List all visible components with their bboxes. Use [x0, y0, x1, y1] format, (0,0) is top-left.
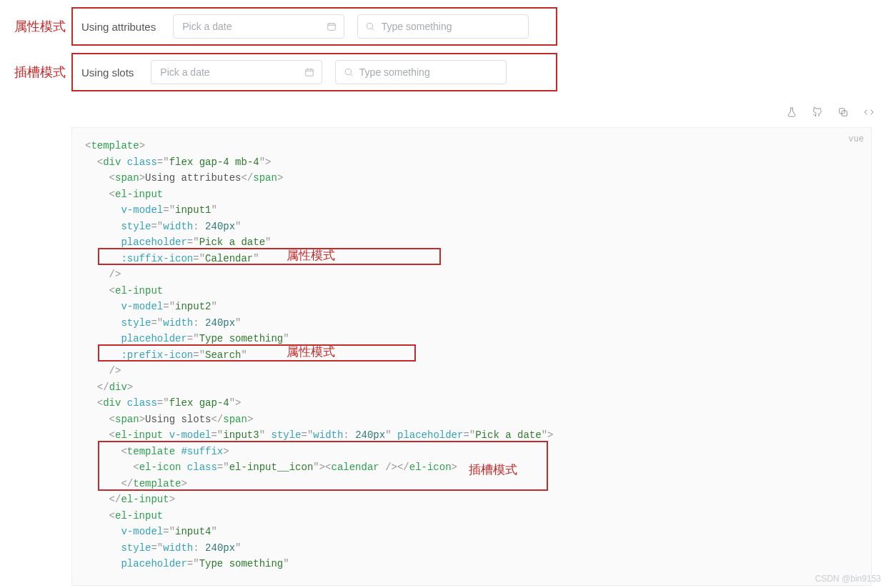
flask-icon[interactable] — [785, 106, 798, 119]
calendar-icon — [327, 21, 337, 32]
code-line: placeholder="Pick a date" — [85, 234, 858, 251]
code-toggle-icon[interactable] — [862, 106, 875, 119]
search-icon — [343, 66, 353, 78]
code-line: <span>Using slots</span> — [85, 412, 858, 428]
search-input-field[interactable] — [380, 20, 522, 33]
code-line: <el-input — [85, 186, 858, 203]
date-input-slot-field[interactable] — [159, 66, 300, 79]
code-line: v-model="input1" — [85, 202, 858, 219]
code-line: placeholder="Type something" — [85, 331, 858, 347]
code-line: :prefix-icon="Search" — [85, 347, 858, 364]
code-line: <div class="flex gap-4"> — [85, 395, 858, 412]
code-line: placeholder="Type something" — [85, 556, 858, 572]
demo-row-attributes: 属性模式 Using attributes — [71, 7, 557, 46]
demo-row-slots: 插槽模式 Using slots — [71, 53, 557, 91]
code-line: <el-input — [85, 508, 858, 524]
code-line: <template> — [85, 138, 858, 154]
date-input-attr[interactable] — [173, 14, 344, 39]
search-input-slot-field[interactable] — [358, 66, 499, 79]
code-line: </el-input> — [85, 492, 858, 508]
code-toolbar — [0, 99, 891, 123]
code-line: <el-input — [85, 283, 858, 299]
code-line: <el-input v-model="input3" style="width:… — [85, 427, 858, 444]
code-line: :suffix-icon="Calendar" — [85, 251, 858, 267]
code-line: /> — [85, 266, 858, 283]
calendar-icon — [304, 66, 314, 78]
code-line: /> — [85, 363, 858, 379]
search-input-attr[interactable] — [357, 14, 529, 39]
date-input-slot[interactable] — [151, 60, 322, 84]
code-line: </div> — [85, 379, 858, 396]
search-icon — [365, 21, 375, 32]
code-line: style="width: 240px" — [85, 315, 858, 332]
code-line: v-model="input2" — [85, 299, 858, 315]
annotation-attr-mode-1: 属性模式 — [287, 248, 335, 264]
search-input-slot[interactable] — [335, 60, 507, 84]
code-line: v-model="input4" — [85, 524, 858, 540]
label-en-attributes: Using attributes — [81, 21, 156, 33]
github-icon[interactable] — [811, 106, 824, 119]
label-cn-slots: 插槽模式 — [14, 64, 66, 81]
code-line: <span>Using attributes</span> — [85, 170, 858, 186]
svg-rect-0 — [328, 24, 336, 30]
code-language-label: vue — [848, 131, 864, 147]
svg-rect-2 — [306, 69, 314, 76]
code-line: <div class="flex gap-4 mb-4"> — [85, 154, 858, 171]
copy-icon[interactable] — [837, 106, 850, 119]
code-line: <template #suffix> — [85, 444, 858, 460]
code-block: vue 属性模式 属性模式 插槽模式 <template> <div class… — [71, 127, 872, 586]
svg-point-1 — [367, 23, 373, 29]
svg-point-3 — [345, 69, 351, 74]
code-line: style="width: 240px" — [85, 219, 858, 235]
annotation-slot-mode: 插槽模式 — [469, 462, 517, 479]
code-line: style="width: 240px" — [85, 540, 858, 557]
label-en-slots: Using slots — [81, 66, 134, 79]
watermark: CSDN @bin9153 — [815, 574, 881, 584]
date-input-field[interactable] — [181, 20, 322, 33]
demo-area: 属性模式 Using attributes 插槽模式 Using slots — [0, 7, 891, 91]
annotation-attr-mode-2: 属性模式 — [287, 344, 335, 361]
label-cn-attributes: 属性模式 — [14, 18, 66, 35]
